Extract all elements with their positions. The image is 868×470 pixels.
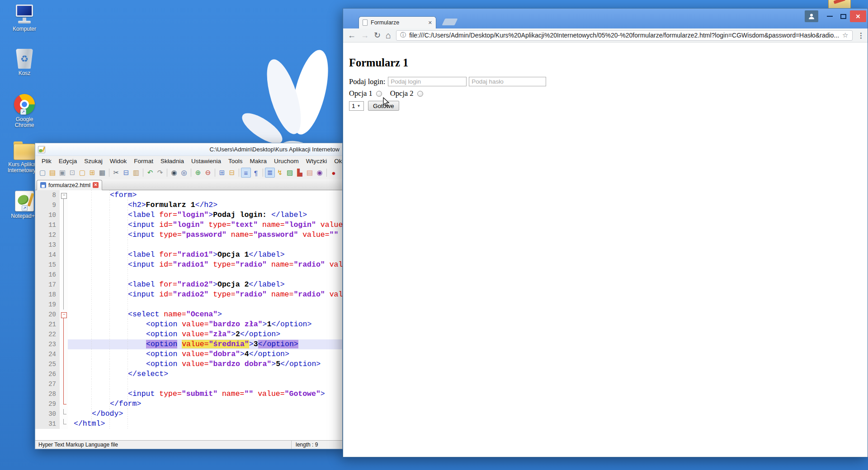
line-number[interactable]: 15 bbox=[35, 260, 60, 270]
document-map-icon[interactable]: ▨ bbox=[285, 168, 295, 178]
fold-margin[interactable] bbox=[60, 320, 68, 329]
code-line-8[interactable]: 8<form> bbox=[35, 190, 342, 200]
fold-margin[interactable] bbox=[60, 389, 68, 399]
line-number[interactable]: 24 bbox=[35, 349, 60, 359]
save-all-icon[interactable]: ⊞ bbox=[87, 168, 97, 178]
fold-margin[interactable] bbox=[60, 260, 68, 270]
line-number[interactable]: 23 bbox=[35, 339, 60, 349]
fold-margin[interactable] bbox=[60, 409, 68, 419]
menu-item-plik[interactable]: Plik bbox=[38, 158, 55, 164]
code-line-18[interactable]: 18<input id="radio2" type="radio" name="… bbox=[35, 290, 342, 300]
code-line-31[interactable]: 31</html> bbox=[35, 419, 342, 429]
new-tab-button[interactable] bbox=[442, 19, 458, 25]
browser-tab-formularze[interactable]: Formularze ✕ bbox=[359, 16, 436, 28]
menu-item-widok[interactable]: Widok bbox=[106, 158, 131, 164]
word-wrap-icon[interactable]: ≡ bbox=[241, 168, 251, 178]
fold-margin[interactable] bbox=[60, 220, 68, 230]
code-line-9[interactable]: 9<h2>Formularz 1</h2> bbox=[35, 200, 342, 210]
code-line-13[interactable]: 13 bbox=[35, 240, 342, 250]
fold-margin[interactable] bbox=[60, 379, 68, 389]
line-number[interactable]: 27 bbox=[35, 379, 60, 389]
menu-item-makra[interactable]: Makra bbox=[246, 158, 270, 164]
bookmark-star-icon[interactable]: ☆ bbox=[842, 31, 848, 39]
browser-menu-icon[interactable]: ⋮ bbox=[858, 31, 865, 40]
line-number[interactable]: 13 bbox=[35, 240, 60, 250]
line-number[interactable]: 8 bbox=[35, 190, 60, 200]
code-line-19[interactable]: 19 bbox=[35, 300, 342, 310]
code-line-22[interactable]: 22<option value="zła">2</option> bbox=[35, 329, 342, 339]
zoom-out-icon[interactable]: ⊖ bbox=[203, 168, 213, 178]
line-number[interactable]: 11 bbox=[35, 220, 60, 230]
desktop-icon-komputer[interactable]: Komputer bbox=[6, 3, 42, 32]
code-line-30[interactable]: 30</body> bbox=[35, 409, 342, 419]
cut-icon[interactable]: ✂ bbox=[111, 168, 121, 178]
line-number[interactable]: 21 bbox=[35, 320, 60, 329]
menu-item-skadnia[interactable]: Składnia bbox=[157, 158, 188, 164]
code-line-21[interactable]: 21<option value="bardzo zła">1</option> bbox=[35, 320, 342, 329]
fold-margin[interactable] bbox=[60, 230, 68, 240]
code-editor[interactable]: 8<form>9<h2>Formularz 1</h2>10<label for… bbox=[35, 190, 342, 429]
line-number[interactable]: 18 bbox=[35, 290, 60, 300]
desktop-icon-google-chrome[interactable]: ↗Google Chrome bbox=[6, 93, 42, 128]
code-line-23[interactable]: 23<option value="średnia">3</option> bbox=[35, 339, 342, 349]
line-number[interactable]: 16 bbox=[35, 270, 60, 280]
login-input[interactable] bbox=[388, 77, 467, 86]
fold-margin[interactable] bbox=[60, 329, 68, 339]
code-line-25[interactable]: 25<option value="bardzo dobra">5</option… bbox=[35, 359, 342, 369]
doc-switcher-icon[interactable]: ▙ bbox=[295, 168, 305, 178]
menu-item-okno[interactable]: Okno bbox=[330, 158, 343, 164]
fold-margin[interactable] bbox=[60, 200, 68, 210]
line-number[interactable]: 31 bbox=[35, 419, 60, 429]
address-bar[interactable]: ⓘ file:///C:/Users/Admin/Desktop/Kurs%20… bbox=[396, 30, 852, 41]
show-all-characters-icon[interactable]: ¶ bbox=[251, 168, 261, 178]
forward-icon[interactable]: → bbox=[361, 31, 369, 39]
save-copy-icon[interactable]: ⊡ bbox=[67, 168, 77, 178]
code-line-24[interactable]: 24<option value="dobra">4</option> bbox=[35, 349, 342, 359]
code-line-15[interactable]: 15<input id="radio1" type="radio" name="… bbox=[35, 260, 342, 270]
line-number[interactable]: 28 bbox=[35, 389, 60, 399]
paste-icon[interactable]: ▥ bbox=[131, 168, 141, 178]
record-macro-icon[interactable]: ● bbox=[329, 168, 339, 178]
zoom-in-icon[interactable]: ⊕ bbox=[193, 168, 203, 178]
desktop-icon-kosz[interactable]: ♻Kosz bbox=[6, 47, 42, 76]
menu-item-uruchom[interactable]: Uruchom bbox=[270, 158, 302, 164]
menu-item-wtyczki[interactable]: Wtyczki bbox=[302, 158, 331, 164]
fold-margin[interactable] bbox=[60, 190, 68, 200]
fold-margin[interactable] bbox=[60, 270, 68, 280]
sync-horizontal-icon[interactable]: ⊟ bbox=[227, 168, 237, 178]
new-file-icon[interactable]: ▢ bbox=[38, 168, 47, 178]
monitoring-icon[interactable]: ◉ bbox=[315, 168, 325, 178]
fold-margin[interactable] bbox=[60, 240, 68, 250]
sync-vertical-icon[interactable]: ⊞ bbox=[217, 168, 227, 178]
line-number[interactable]: 19 bbox=[35, 300, 60, 310]
folder-as-workspace-icon[interactable]: ▤ bbox=[305, 168, 315, 178]
code-line-12[interactable]: 12<input type="password" name="password"… bbox=[35, 230, 342, 240]
line-number[interactable]: 20 bbox=[35, 310, 60, 320]
open-file-icon[interactable]: ▤ bbox=[47, 168, 57, 178]
maximize-button[interactable] bbox=[836, 10, 850, 22]
code-line-29[interactable]: 29</form> bbox=[35, 399, 342, 409]
fold-margin[interactable] bbox=[60, 250, 68, 260]
line-number[interactable]: 30 bbox=[35, 409, 60, 419]
menu-item-tools[interactable]: Tools bbox=[225, 158, 246, 164]
tab-formularze2[interactable]: formularze2.html ✕ bbox=[37, 180, 102, 190]
fold-margin[interactable] bbox=[60, 369, 68, 379]
function-list-icon[interactable]: ↯ bbox=[275, 168, 285, 178]
fold-margin[interactable] bbox=[60, 399, 68, 409]
profile-icon[interactable] bbox=[805, 10, 818, 22]
line-number[interactable]: 9 bbox=[35, 200, 60, 210]
find-icon[interactable]: ◉ bbox=[169, 168, 179, 178]
code-line-14[interactable]: 14<label for="radio1">Opcja 1</label> bbox=[35, 250, 342, 260]
line-number[interactable]: 12 bbox=[35, 230, 60, 240]
radio-opcja1[interactable] bbox=[376, 91, 382, 97]
chrome-titlebar[interactable]: Formularze ✕ ✕ bbox=[343, 9, 868, 28]
menu-item-ustawienia[interactable]: Ustawienia bbox=[188, 158, 225, 164]
menu-item-szukaj[interactable]: Szukaj bbox=[80, 158, 106, 164]
tab-close-icon[interactable]: ✕ bbox=[93, 182, 99, 188]
fold-margin[interactable] bbox=[60, 339, 68, 349]
menu-item-format[interactable]: Format bbox=[130, 158, 157, 164]
code-line-26[interactable]: 26</select> bbox=[35, 369, 342, 379]
line-number[interactable]: 22 bbox=[35, 329, 60, 339]
fold-margin[interactable] bbox=[60, 419, 68, 429]
line-number[interactable]: 14 bbox=[35, 250, 60, 260]
